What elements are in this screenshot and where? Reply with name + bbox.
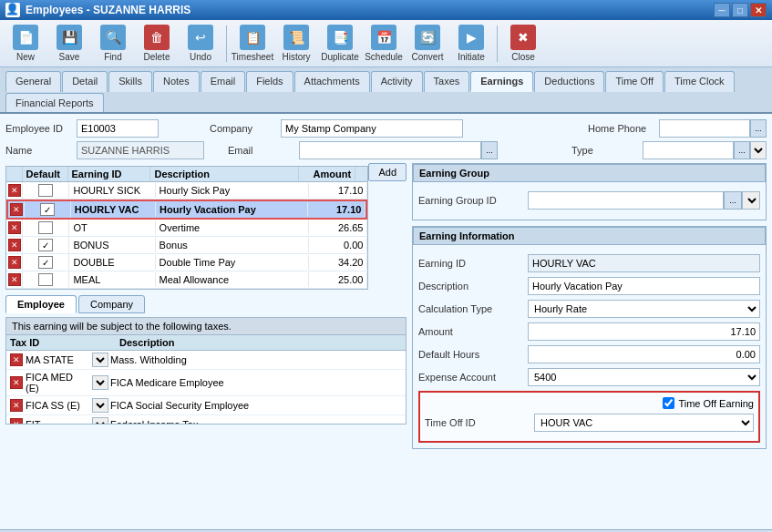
tab-activity[interactable]: Activity xyxy=(371,71,423,92)
time-off-earning-checkbox[interactable] xyxy=(663,397,674,409)
history-button[interactable]: 📜 History xyxy=(276,22,316,65)
undo-label: Undo xyxy=(190,52,211,62)
earning-id-cell: MEAL xyxy=(69,272,155,287)
home-phone-label: Home Phone xyxy=(588,123,652,134)
default-checkbox[interactable] xyxy=(38,239,53,251)
tab-detail[interactable]: Detail xyxy=(62,71,108,92)
time-off-earning-text: Time Off Earning xyxy=(678,398,754,409)
description-cell: Overtime xyxy=(156,220,309,235)
tax-delete-button[interactable]: ✕ xyxy=(10,399,23,412)
tab-financial-reports[interactable]: Financial Reports xyxy=(5,93,104,112)
tax-delete-button[interactable]: ✕ xyxy=(10,353,23,366)
tab-general[interactable]: General xyxy=(5,71,61,92)
row-delete-button[interactable]: ✕ xyxy=(8,184,21,197)
default-checkbox[interactable] xyxy=(38,184,53,197)
description-input[interactable] xyxy=(528,277,760,295)
time-off-earning-label[interactable]: Time Off Earning xyxy=(663,397,754,409)
default-hours-input[interactable] xyxy=(528,345,760,363)
expense-account-select[interactable]: 5400 xyxy=(528,368,760,386)
default-checkbox[interactable] xyxy=(38,221,53,234)
tab-notes[interactable]: Notes xyxy=(153,71,200,92)
row-delete-button[interactable]: ✕ xyxy=(8,256,21,269)
row-delete-button[interactable]: ✕ xyxy=(8,273,21,286)
type-browse-button[interactable]: ... xyxy=(734,141,750,159)
table-row: ✕ DOUBLE Double Time Pay 34.20 xyxy=(6,254,367,271)
earning-group-id-input[interactable] xyxy=(528,191,724,210)
close-toolbar-icon: ✖ xyxy=(510,25,536,50)
sub-tab-employee[interactable]: Employee xyxy=(5,295,77,313)
delete-icon: 🗑 xyxy=(144,25,170,50)
amount-cell: 26.65 xyxy=(309,220,367,235)
tab-fields[interactable]: Fields xyxy=(246,71,293,92)
employee-id-input[interactable] xyxy=(77,119,159,138)
tax-delete-button[interactable]: ✕ xyxy=(10,376,23,389)
type-input[interactable] xyxy=(643,141,734,159)
default-hours-label: Default Hours xyxy=(418,349,528,360)
calc-type-select[interactable]: Hourly Rate xyxy=(528,300,760,318)
convert-button[interactable]: 🔄 Convert xyxy=(407,22,448,65)
tab-skills[interactable]: Skills xyxy=(108,71,152,92)
time-off-id-label: Time Off ID xyxy=(425,417,534,428)
email-browse-button[interactable]: ... xyxy=(481,141,498,159)
find-icon: 🔍 xyxy=(100,25,126,50)
duplicate-label: Duplicate xyxy=(321,52,359,62)
find-button[interactable]: 🔍 Find xyxy=(93,22,133,65)
history-icon: 📜 xyxy=(283,25,309,50)
tab-email[interactable]: Email xyxy=(201,71,246,92)
schedule-button[interactable]: 📅 Schedule xyxy=(364,22,404,65)
earning-info-title: Earning Information xyxy=(413,227,766,245)
maximize-button[interactable]: □ xyxy=(732,3,748,17)
add-earning-button[interactable]: Add xyxy=(368,163,407,181)
col-x xyxy=(6,167,23,181)
default-checkbox[interactable] xyxy=(38,273,53,286)
sub-tab-company[interactable]: Company xyxy=(78,295,145,313)
earning-group-id-row: Earning Group ID ... xyxy=(418,191,760,210)
schedule-label: Schedule xyxy=(365,52,403,62)
col-earning-id: Earning ID xyxy=(68,167,151,181)
right-panel: Earning Group Earning Group ID ... Earni… xyxy=(412,163,767,449)
row-delete-button[interactable]: ✕ xyxy=(8,221,21,234)
undo-button[interactable]: ↩ Undo xyxy=(180,22,221,65)
title-bar: 👤 Employees - SUZANNE HARRIS ─ □ ✕ xyxy=(0,0,772,20)
new-button[interactable]: 📄 New xyxy=(5,22,46,65)
default-checkbox[interactable] xyxy=(40,203,55,216)
save-button[interactable]: 💾 Save xyxy=(49,22,89,65)
minimize-button[interactable]: ─ xyxy=(714,3,730,17)
tab-time-clock[interactable]: Time Clock xyxy=(664,71,735,92)
email-input[interactable] xyxy=(299,141,481,159)
table-row[interactable]: ✕ HOURLY VAC Hourly Vacation Pay 17.10 xyxy=(6,200,367,220)
type-dropdown[interactable] xyxy=(750,141,767,159)
tab-deductions[interactable]: Deductions xyxy=(534,71,604,92)
email-label: Email xyxy=(228,145,292,156)
earning-id-cell: HOURLY VAC xyxy=(71,202,156,217)
delete-button[interactable]: 🗑 Delete xyxy=(137,22,177,65)
earning-group-dropdown[interactable] xyxy=(742,191,760,210)
timesheet-button[interactable]: 📋 Timesheet xyxy=(232,22,273,65)
convert-label: Convert xyxy=(411,52,443,62)
row-delete-button[interactable]: ✕ xyxy=(8,239,21,251)
initiate-button[interactable]: ▶ Initiate xyxy=(451,22,491,65)
company-input[interactable] xyxy=(281,119,463,138)
tab-time-off[interactable]: Time Off xyxy=(605,71,664,92)
amount-input[interactable] xyxy=(528,322,760,341)
sub-tabs: Employee Company xyxy=(5,295,407,313)
history-label: History xyxy=(282,52,310,62)
col-description: Description xyxy=(150,167,298,181)
tab-earnings[interactable]: Earnings xyxy=(470,71,533,92)
tab-taxes[interactable]: Taxes xyxy=(424,71,470,92)
close-button[interactable]: ✕ xyxy=(750,3,767,17)
tax-delete-button[interactable]: ✕ xyxy=(10,418,23,424)
tab-attachments[interactable]: Attachments xyxy=(294,71,370,92)
duplicate-button[interactable]: 📑 Duplicate xyxy=(320,22,360,65)
tax-row: ✕ FICA MED (E) FICA Medicare Employee xyxy=(6,370,406,396)
main-content: Employee ID Company Home Phone ... Name … xyxy=(0,114,772,529)
home-phone-input[interactable] xyxy=(659,119,750,138)
earning-group-browse-button[interactable]: ... xyxy=(724,191,742,210)
home-phone-browse-button[interactable]: ... xyxy=(750,119,767,138)
time-off-id-select[interactable]: HOUR VAC xyxy=(534,414,754,432)
time-off-section: Time Off Earning Time Off ID HOUR VAC xyxy=(418,391,760,443)
earning-id-cell: OT xyxy=(69,220,155,235)
row-delete-button[interactable]: ✕ xyxy=(10,203,23,216)
close-toolbar-button[interactable]: ✖ Close xyxy=(503,22,543,65)
default-checkbox[interactable] xyxy=(38,256,53,269)
